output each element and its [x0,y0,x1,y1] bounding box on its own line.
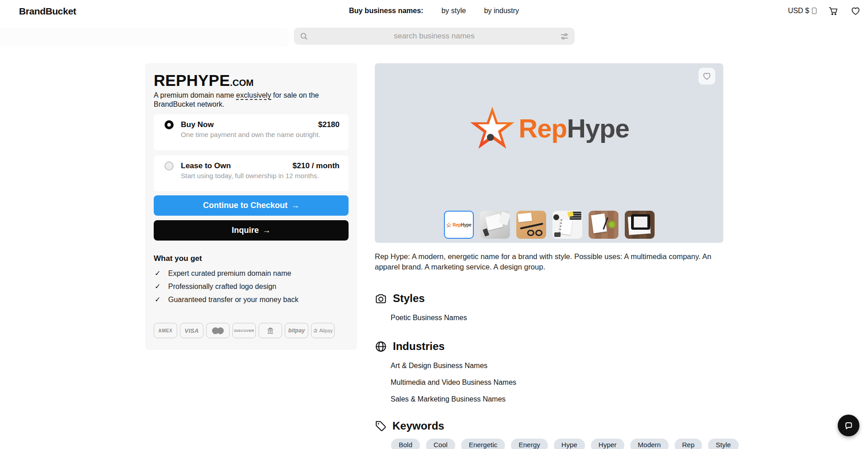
style-link-poetic[interactable]: Poetic Business Names [391,309,467,326]
bitpay-label: bitpay [288,327,305,334]
inquire-label: Inquire [231,226,259,235]
chat-bubble-icon [843,420,854,431]
keyword-tag[interactable]: Modern [630,439,669,449]
favorite-listing-button[interactable] [698,68,715,85]
lease-label: Lease to Own [181,161,231,170]
nav-heading: Buy business names: [349,7,424,15]
what-you-get-text: Professionally crafted logo design [168,280,276,293]
thumbnail-sketch-desk[interactable] [480,211,510,239]
mastercard-icon [206,323,230,338]
thumbnail-wood-desk-paper[interactable] [589,211,618,239]
missing-glyph-box [812,8,816,14]
check-icon: ✓ [155,280,168,293]
domain-tld: .COM [230,78,254,88]
logo-preview-panel: RepHype RepHype [375,63,723,243]
lease-to-own-option[interactable]: Lease to Own $210 / month Start using to… [154,156,349,191]
filter-sliders-icon[interactable] [560,32,569,41]
arrow-right-icon: → [291,201,299,210]
lease-price: $210 / month [292,161,340,170]
domain-name: REPHYPE [154,71,230,89]
lease-description: Start using today, full ownership in 12 … [181,172,340,180]
amex-icon: AMEX [154,323,177,338]
amex-label: AMEX [158,328,172,333]
check-icon: ✓ [155,267,168,280]
nav-link-by-style[interactable]: by style [441,7,466,15]
brandbucket-logo[interactable]: BrandBucket [19,6,76,17]
what-you-get-item: ✓ Expert curated premium domain name [154,267,349,280]
thumbnail-strip: RepHype [375,211,723,239]
discover-icon: DISCOVER [232,323,256,338]
buy-now-radio[interactable] [165,120,174,129]
logo-text-rep: Rep [519,113,567,143]
main-nav: Buy business names: by style by industry [349,0,519,22]
thumbnail-tablet-desk[interactable] [625,211,655,239]
check-icon: ✓ [155,293,168,306]
search-input[interactable] [308,32,560,41]
keyword-tag[interactable]: Energetic [461,439,505,449]
keyword-tag[interactable]: Rep [675,439,703,449]
header-right: USD $ [788,0,861,22]
subheader-band [0,28,289,47]
domain-title: REPHYPE.COM [154,71,349,90]
buy-now-description: One time payment and own the name outrig… [181,131,340,138]
thumbnail-business-card-desk[interactable] [516,211,546,239]
industry-link-multimedia-video[interactable]: Multimedia and Video Business Names [391,374,516,391]
visa-label: VISA [184,327,199,334]
keyword-tag[interactable]: Style [708,439,738,449]
styles-section: Styles Poetic Business Names [375,292,467,326]
chat-launcher-button[interactable] [838,415,859,436]
keyword-tag[interactable]: Hype [554,439,585,449]
styles-title: Styles [393,292,425,305]
keywords-section: Keywords Bold Cool Energetic Energy Hype… [375,420,739,449]
search-bar[interactable] [294,28,575,45]
what-you-get-list: ✓ Expert curated premium domain name ✓ P… [154,267,349,306]
keyword-tag[interactable]: Cool [426,439,455,449]
industry-link-sales-marketing[interactable]: Sales & Marketing Business Names [391,391,516,407]
thumbnail-notebook-keyboard-desk[interactable] [552,211,582,239]
bitpay-icon: bitpay [285,323,308,338]
what-you-get-item: ✓ Guaranteed transfer or your money back [154,293,349,306]
star-icon [446,222,452,228]
tagline-emphasis[interactable]: exclusively [236,91,271,100]
buy-now-price: $2180 [318,120,340,129]
mini-logo-wordmark: RepHype [453,222,471,227]
currency-label: USD $ [788,7,809,15]
payment-methods: AMEX VISA DISCOVER bitpay Alipay [154,323,349,338]
what-you-get-text: Expert curated premium domain name [168,267,291,280]
purchase-panel: REPHYPE.COM A premium domain name exclus… [145,63,357,350]
star-icon [469,105,516,152]
keyword-tag[interactable]: Bold [391,439,420,449]
arrow-right-icon: → [263,226,271,235]
currency-selector[interactable]: USD $ [788,7,816,15]
keywords-title: Keywords [392,420,444,432]
bank-transfer-icon [259,323,282,338]
tagline: A premium domain name exclusively for sa… [154,91,325,109]
favorites-heart-icon[interactable] [850,6,861,16]
search-icon [300,32,308,41]
inquire-button[interactable]: Inquire → [154,220,349,241]
keyword-tag[interactable]: Energy [511,439,548,449]
industries-section: Industries Art & Design Business Names M… [375,340,516,407]
what-you-get-title: What you get [154,254,349,263]
alipay-icon: Alipay [311,323,335,338]
camera-icon [375,293,387,305]
header: BrandBucket Buy business names: by style… [0,0,868,22]
discover-label: DISCOVER [234,329,254,333]
nav-link-by-industry[interactable]: by industry [484,7,519,15]
buy-now-option[interactable]: Buy Now $2180 One time payment and own t… [154,114,349,150]
cart-icon[interactable] [828,6,839,16]
continue-to-checkout-button[interactable]: Continue to Checkout → [154,195,349,216]
logo-text-hype: Hype [567,113,629,143]
what-you-get-text: Guaranteed transfer or your money back [168,293,298,306]
lease-radio[interactable] [165,161,174,170]
heart-icon [702,71,712,81]
thumbnail-logo-card[interactable]: RepHype [444,211,474,239]
logo-wordmark: RepHype [519,115,629,142]
listing-description: Rep Hype: A modern, energetic name for a… [375,251,732,272]
industries-title: Industries [393,340,445,353]
buy-now-label: Buy Now [181,120,214,129]
industry-link-art-design[interactable]: Art & Design Business Names [391,357,516,374]
keyword-tags: Bold Cool Energetic Energy Hype Hyper Mo… [391,439,739,449]
keyword-tag[interactable]: Hyper [591,439,624,449]
tag-icon [375,420,387,432]
